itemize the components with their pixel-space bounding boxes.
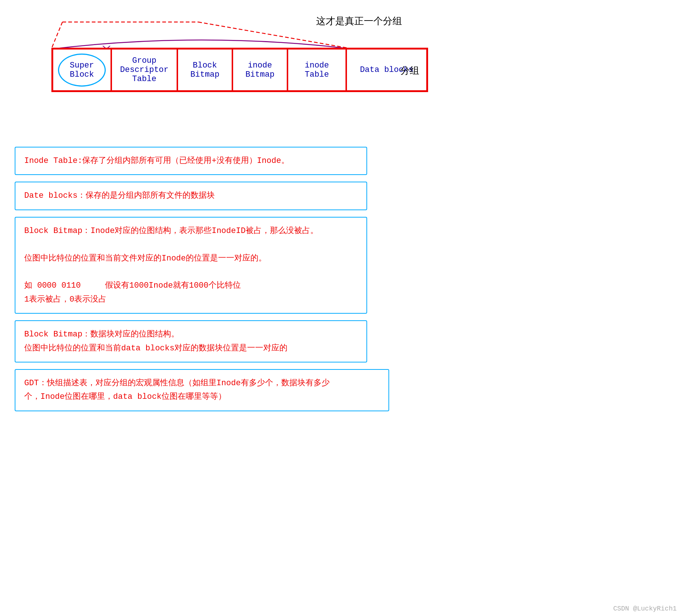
block-cell-inode-bitmap: inodeBitmap — [232, 49, 287, 91]
block-cell-super-block: SuperBlock — [53, 49, 111, 91]
top-label: 这才是真正一个分组 — [316, 15, 402, 28]
fen-zu-label: 分组 — [400, 64, 419, 77]
info-section: Inode Table:保存了分组内部所有可用（已经使用+没有使用）Inode。… — [15, 147, 669, 411]
watermark: CSDN @LuckyRich1 — [613, 605, 677, 612]
date-blocks-info-box: Date blocks：保存的是分组内部所有文件的数据块 — [15, 182, 367, 210]
block-cell-inode-table: inodeTable — [287, 49, 346, 91]
inode-table-info-text: Inode Table:保存了分组内部所有可用（已经使用+没有使用）Inode。 — [24, 156, 289, 165]
block-bitmap-inode-line-0: Block Bitmap：Inode对应的位图结构，表示那些InodeID被占，… — [24, 224, 358, 238]
blocks-row: SuperBlock GroupDescriptorTable BlockBit… — [51, 48, 428, 92]
block-bitmap-inode-line-2: 位图中比特位的位置和当前文件对应的Inode的位置是一一对应的。 — [24, 252, 358, 265]
block-bitmap-inode-line-5: 1表示被占，0表示没占 — [24, 293, 358, 306]
diagram-section: 这才是真正一个分组 SuperBlock GroupDescriptorTabl… — [15, 15, 669, 132]
block-cell-block-bitmap: BlockBitmap — [177, 49, 232, 91]
date-blocks-info-text: Date blocks：保存的是分组内部所有文件的数据块 — [24, 191, 215, 200]
block-bitmap-inode-line-4: 如 0000 0110 假设有1000Inode就有1000个比特位 — [24, 279, 358, 292]
svg-line-0 — [51, 22, 62, 49]
gdt-line-0: GDT：快组描述表，对应分组的宏观属性信息（如组里Inode有多少个，数据块有多… — [24, 376, 380, 390]
inode-table-info-box: Inode Table:保存了分组内部所有可用（已经使用+没有使用）Inode。 — [15, 147, 367, 175]
super-block-circle — [58, 54, 106, 87]
block-bitmap-inode-info-box: Block Bitmap：Inode对应的位图结构，表示那些InodeID被占，… — [15, 217, 367, 314]
gdt-info-box: GDT：快组描述表，对应分组的宏观属性信息（如组里Inode有多少个，数据块有多… — [15, 369, 389, 411]
gdt-line-1: 个，Inode位图在哪里，data block位图在哪里等等） — [24, 390, 380, 404]
block-bitmap-data-info-box: Block Bitmap：数据块对应的位图结构。 位图中比特位的位置和当前dat… — [15, 320, 367, 362]
block-bitmap-data-line-0: Block Bitmap：数据块对应的位图结构。 — [24, 328, 358, 341]
block-bitmap-data-line-1: 位图中比特位的位置和当前data blocks对应的数据块位置是一一对应的 — [24, 342, 358, 355]
block-cell-group-descriptor: GroupDescriptorTable — [111, 49, 177, 91]
